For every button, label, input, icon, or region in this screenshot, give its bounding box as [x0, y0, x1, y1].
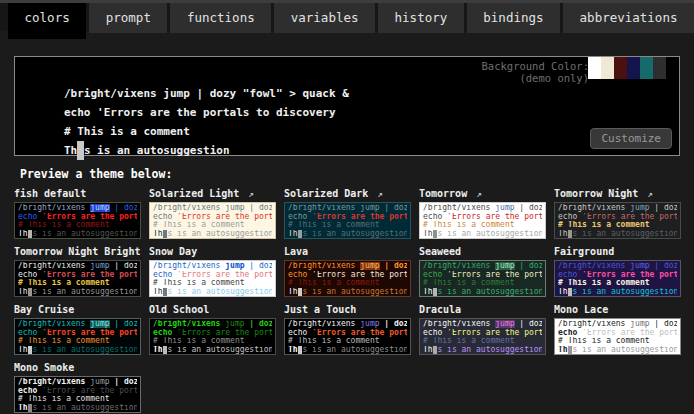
syntax-token: | dozy — [650, 320, 677, 328]
theme-card-old-school[interactable]: Old School /bright/vixens jump | dozy "f… — [149, 304, 276, 355]
syntax-token: jump — [225, 320, 244, 328]
tab-bindings[interactable]: bindings — [467, 3, 560, 33]
theme-title-text: Solarized Dark — [284, 188, 368, 199]
tab-variables[interactable]: variables — [274, 3, 375, 33]
syntax-token: # This is a comment — [288, 337, 380, 345]
theme-card-bay-cruise[interactable]: Bay Cruise /bright/vixens jump | dozy "f… — [14, 304, 141, 355]
syntax-token: echo — [18, 329, 42, 337]
theme-card-lava[interactable]: Lava /bright/vixens jump | dozy "fowl" >… — [284, 246, 411, 297]
preview-line: /bright/vixens jump | dozy "fowl" > quac… — [423, 320, 542, 329]
theme-title: Tomorrow Night Bright ↗ — [14, 246, 141, 258]
syntax-token: | dozy — [245, 204, 272, 212]
syntax-token: echo — [423, 213, 447, 221]
syntax-token: /bright/vixens — [423, 204, 495, 212]
preview-line: /bright/vixens jump | dozy "fowl" > quac… — [153, 320, 272, 329]
theme-title: Tomorrow ↗ — [419, 188, 546, 200]
theme-title-text: Mono Lace — [554, 304, 608, 315]
syntax-token: | dozy — [650, 204, 677, 212]
syntax-token: /bright/vixens — [153, 204, 225, 212]
theme-title: Snow Day — [149, 246, 276, 258]
background-swatch-0[interactable] — [588, 57, 601, 79]
preview-line: # This is a comment — [423, 337, 542, 346]
theme-card-fairground[interactable]: Fairground /bright/vixens jump | dozy "f… — [554, 246, 681, 297]
cursor-block: i — [77, 141, 84, 160]
preview-line: This is an autosuggestion — [153, 346, 272, 355]
syntax-token: 'Errors are the portals to discovery — [177, 329, 272, 337]
theme-title-text: Seaweed — [419, 246, 461, 257]
theme-card-just-a-touch[interactable]: Just a Touch /bright/vixens jump | dozy … — [284, 304, 411, 355]
theme-preview: /bright/vixens jump | dozy "fowl" > quac… — [284, 202, 411, 239]
theme-card-solarized-light[interactable]: Solarized Light ↗ /bright/vixens jump | … — [149, 188, 276, 239]
background-swatch-1[interactable] — [601, 57, 614, 79]
preview-line: /bright/vixens jump | dozy "fowl" > quac… — [18, 320, 137, 329]
preview-line: This is an autosuggestion — [288, 346, 407, 355]
theme-card-fish-default[interactable]: fish default /bright/vixens jump | dozy … — [14, 188, 141, 239]
customize-button[interactable]: Customize — [590, 128, 672, 149]
syntax-token: /bright/vixens — [558, 262, 630, 270]
background-swatch-row — [588, 57, 679, 79]
theme-title-text: fish default — [14, 188, 86, 199]
background-swatch-6[interactable] — [666, 57, 679, 79]
preview-line: echo 'Errors are the portals to discover… — [153, 271, 272, 280]
background-swatch-3[interactable] — [627, 57, 640, 79]
syntax-token: Th — [153, 288, 163, 296]
syntax-token: jump — [360, 320, 379, 328]
background-swatch-4[interactable] — [640, 57, 653, 79]
theme-preview: /bright/vixens jump | dozy "fowl" > quac… — [14, 260, 141, 297]
preview-line: echo 'Errors are the portals to discover… — [423, 213, 542, 222]
background-swatch-5[interactable] — [653, 57, 666, 79]
syntax-token: 'Errors are the portals to discovery — [447, 213, 542, 221]
theme-card-tomorrow[interactable]: Tomorrow ↗ /bright/vixens jump | dozy "f… — [419, 188, 546, 239]
syntax-token: 'Errors are the portals to discovery — [582, 329, 677, 337]
external-link-icon[interactable]: ↗ — [248, 189, 253, 199]
terminal-lines: /bright/vixens jump | dozy "fowl" > quac… — [64, 84, 349, 160]
theme-preview: /bright/vixens jump | dozy "fowl" > quac… — [284, 260, 411, 297]
theme-preview: /bright/vixens jump | dozy "fowl" > quac… — [149, 260, 276, 297]
background-swatch-2[interactable] — [614, 57, 627, 79]
syntax-token: # This is a comment — [423, 221, 515, 229]
syntax-token: /bright/vixens — [288, 262, 360, 270]
theme-card-solarized-dark[interactable]: Solarized Dark ↗ /bright/vixens jump | d… — [284, 188, 411, 239]
syntax-token: Th — [558, 288, 568, 296]
syntax-token: s is an autosuggestion — [437, 288, 542, 296]
theme-preview: /bright/vixens jump | dozy "fowl" > quac… — [149, 202, 276, 239]
syntax-token: /bright/vixens — [18, 204, 90, 212]
syntax-token: Th — [423, 288, 433, 296]
external-link-icon[interactable]: ↗ — [377, 189, 382, 199]
tab-history[interactable]: history — [378, 3, 464, 33]
preview-line: /bright/vixens jump | dozy "fowl" > quac… — [558, 204, 677, 213]
theme-card-snow-day[interactable]: Snow Day /bright/vixens jump | dozy "fow… — [149, 246, 276, 297]
syntax-token: /bright/vixens — [423, 320, 495, 328]
syntax-token: jump — [495, 262, 514, 270]
syntax-token: echo — [153, 329, 177, 337]
syntax-token: Th — [153, 230, 163, 238]
syntax-token: | dozy — [515, 320, 542, 328]
external-link-icon[interactable]: ↗ — [476, 189, 481, 199]
syntax-token: # This is a comment — [423, 279, 515, 287]
syntax-token: Th — [288, 230, 298, 238]
theme-grid: fish default /bright/vixens jump | dozy … — [14, 188, 682, 413]
theme-card-tomorrow-night-bright[interactable]: Tomorrow Night Bright ↗ /bright/vixens j… — [14, 246, 141, 297]
theme-card-seaweed[interactable]: Seaweed /bright/vixens jump | dozy "fowl… — [419, 246, 546, 297]
tab-functions[interactable]: functions — [170, 3, 271, 33]
syntax-token: /bright/vixens — [153, 320, 225, 328]
theme-title-text: Solarized Light — [149, 188, 239, 199]
syntax-token: # This is a comment — [18, 221, 110, 229]
preview-line: echo 'Errors are the portals to discover… — [18, 213, 137, 222]
theme-title-text: Tomorrow Night — [554, 188, 638, 199]
external-link-icon[interactable]: ↗ — [647, 189, 652, 199]
preview-line: This is an autosuggestion — [153, 230, 272, 239]
syntax-token: Th — [18, 288, 28, 296]
preview-line: # This is a comment — [153, 279, 272, 288]
theme-card-tomorrow-night[interactable]: Tomorrow Night ↗ /bright/vixens jump | d… — [554, 188, 681, 239]
theme-card-mono-lace[interactable]: Mono Lace /bright/vixens jump | dozy "fo… — [554, 304, 681, 355]
theme-card-dracula[interactable]: Dracula /bright/vixens jump | dozy "fowl… — [419, 304, 546, 355]
tab-abbreviations[interactable]: abbreviations — [563, 3, 694, 33]
syntax-token: jump — [630, 262, 649, 270]
syntax-token: jump — [90, 262, 109, 270]
tab-colors[interactable]: colors — [8, 3, 86, 39]
syntax-token: 'Errors are the portals to discovery — [177, 271, 272, 279]
syntax-token: s is an autosuggestion — [32, 404, 137, 412]
theme-card-mono-smoke[interactable]: Mono Smoke /bright/vixens jump | dozy "f… — [14, 362, 141, 413]
tab-prompt[interactable]: prompt — [89, 3, 167, 33]
